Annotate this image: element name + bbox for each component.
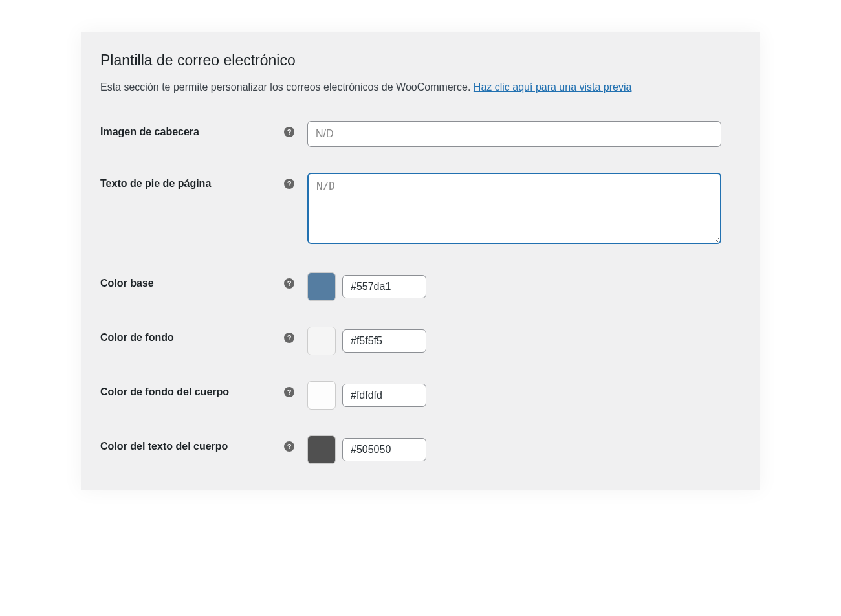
background-color-label: Color de fondo <box>100 332 174 344</box>
body-text-color-label: Color del texto del cuerpo <box>100 441 228 452</box>
background-color-input[interactable] <box>342 329 426 353</box>
label-col: Color de fondo del cuerpo ? <box>100 381 307 398</box>
header-image-label: Imagen de cabecera <box>100 126 199 138</box>
help-icon[interactable]: ? <box>284 179 294 189</box>
color-picker-row <box>307 327 741 355</box>
section-title: Plantilla de correo electrónico <box>100 52 741 69</box>
input-col <box>307 272 741 301</box>
body-text-color-input[interactable] <box>342 438 426 461</box>
color-picker-row <box>307 381 741 410</box>
body-background-color-swatch[interactable] <box>307 381 336 410</box>
color-picker-row <box>307 435 741 464</box>
help-icon[interactable]: ? <box>284 333 294 343</box>
field-row-body-background-color: Color de fondo del cuerpo ? <box>100 381 741 410</box>
input-col <box>307 173 741 247</box>
label-col: Color del texto del cuerpo ? <box>100 435 307 452</box>
field-row-background-color: Color de fondo ? <box>100 327 741 355</box>
label-col: Color base ? <box>100 272 307 289</box>
description-text: Esta sección te permite personalizar los… <box>100 82 474 93</box>
label-col: Imagen de cabecera ? <box>100 121 307 138</box>
base-color-swatch[interactable] <box>307 272 336 301</box>
footer-text-label: Texto de pie de página <box>100 178 211 190</box>
input-col <box>307 327 741 355</box>
help-icon[interactable]: ? <box>284 387 294 397</box>
base-color-input[interactable] <box>342 275 426 298</box>
help-icon[interactable]: ? <box>284 127 294 137</box>
body-background-color-label: Color de fondo del cuerpo <box>100 386 229 398</box>
email-template-settings-panel: Plantilla de correo electrónico Esta sec… <box>81 32 760 490</box>
color-picker-row <box>307 272 741 301</box>
input-col <box>307 435 741 464</box>
body-text-color-swatch[interactable] <box>307 435 336 464</box>
label-col: Texto de pie de página ? <box>100 173 307 190</box>
field-row-footer-text: Texto de pie de página ? <box>100 173 741 247</box>
input-col <box>307 121 741 147</box>
label-col: Color de fondo ? <box>100 327 307 344</box>
header-image-input[interactable] <box>307 121 721 147</box>
footer-text-textarea[interactable] <box>307 173 721 244</box>
field-row-header-image: Imagen de cabecera ? <box>100 121 741 147</box>
help-icon[interactable]: ? <box>284 278 294 289</box>
field-row-base-color: Color base ? <box>100 272 741 301</box>
field-row-body-text-color: Color del texto del cuerpo ? <box>100 435 741 464</box>
help-icon[interactable]: ? <box>284 441 294 452</box>
background-color-swatch[interactable] <box>307 327 336 355</box>
section-description: Esta sección te permite personalizar los… <box>100 80 741 95</box>
base-color-label: Color base <box>100 278 154 289</box>
body-background-color-input[interactable] <box>342 384 426 407</box>
input-col <box>307 381 741 410</box>
preview-link[interactable]: Haz clic aquí para una vista previa <box>474 82 632 93</box>
